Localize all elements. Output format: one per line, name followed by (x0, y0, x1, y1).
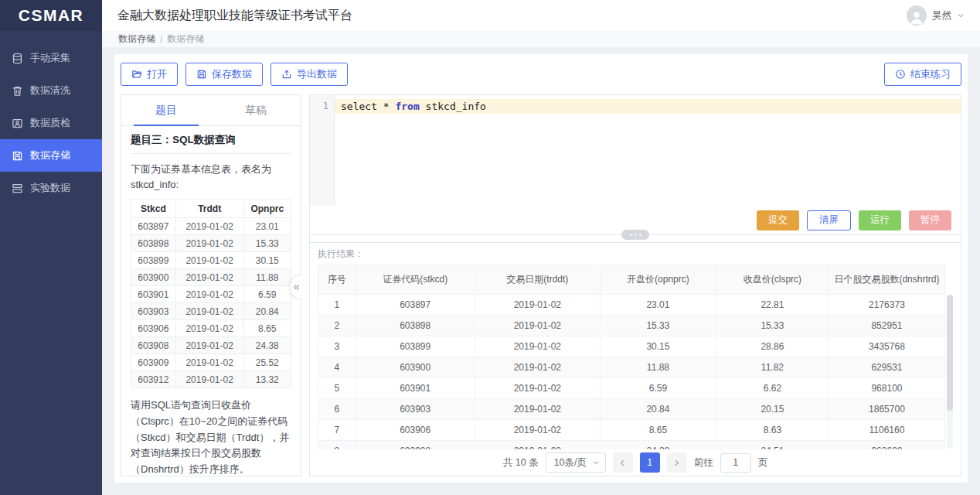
chevron-left-icon (618, 459, 627, 467)
table-row: 6039012019-01-026.59 (131, 286, 291, 303)
submit-button[interactable]: 提交 (757, 210, 799, 230)
table-row: 76039062019-01-028.658.631106160 (318, 420, 945, 441)
tab-question[interactable]: 题目 (121, 95, 211, 125)
line-number: 1 (310, 99, 328, 114)
splitter (310, 234, 961, 243)
sql-editor[interactable]: 1 select * from stkcd_info (310, 95, 961, 206)
finish-practice-button[interactable]: 结束练习 (884, 63, 961, 86)
folder-open-icon (131, 69, 142, 80)
table-row: 6039062019-01-028.65 (131, 320, 291, 337)
sql-code-line[interactable]: select * from stkcd_info (335, 99, 961, 114)
column-header: 序号 (318, 265, 356, 295)
goto-label: 前往 (694, 456, 713, 469)
prev-page-button[interactable] (613, 452, 633, 473)
page-number-button[interactable]: 1 (640, 452, 660, 473)
run-button[interactable]: 运行 (859, 210, 901, 230)
sidebar-item-data-qc[interactable]: 数据质检 (0, 107, 102, 139)
table-row: 6039092019-01-0225.52 (131, 354, 291, 371)
chevron-down-icon (592, 459, 600, 466)
breadcrumb-item[interactable]: 数据存储 (118, 32, 155, 46)
table-row: 6038992019-01-0230.15 (131, 252, 291, 269)
results-label: 执行结果： (318, 248, 953, 261)
table-row: 6039032019-01-0220.84 (131, 303, 291, 320)
column-header: 交易日期(trddt) (475, 265, 600, 295)
work-panel: 1 select * from stkcd_info 提交 清屏 运行 暂停 (309, 94, 961, 476)
pagination-total: 共 10 条 (503, 456, 539, 469)
column-header: Opnprc (243, 200, 291, 218)
user-name: 昊然 (932, 9, 951, 22)
goto-page-input[interactable] (720, 453, 751, 473)
table-row: 16038972019-01-0223.0122.812176373 (318, 295, 945, 316)
table-row: 86039082019-01-0224.3824.51963600 (318, 441, 945, 450)
export-data-button[interactable]: 导出数据 (271, 63, 348, 86)
table-row: 6039002019-01-0211.88 (131, 269, 291, 286)
csmar-logo: CSMAR (0, 0, 102, 31)
stock-info-table: Stkcd Trddt Opnprc 6038972019-01-0223.01… (131, 199, 291, 388)
main-area: 金融大数据处理职业技能等级证书考试平台 昊然 数据存储 / 数据存储 打开 保 (102, 0, 980, 495)
page-size-select[interactable]: 10条/页 (546, 452, 606, 473)
tab-draft[interactable]: 草稿 (211, 95, 301, 125)
column-header: Stkcd (131, 200, 176, 218)
user-menu[interactable]: 昊然 (907, 5, 965, 26)
breadcrumb: 数据存储 / 数据存储 (102, 31, 980, 48)
table-row: 6038972019-01-0223.01 (131, 218, 291, 235)
column-header: 日个股交易股数(dnshrtrd) (829, 265, 944, 295)
open-button[interactable]: 打开 (121, 63, 178, 86)
sidebar-item-label: 数据清洗 (30, 84, 70, 97)
sidebar-item-manual-collect[interactable]: 手动采集 (0, 42, 102, 74)
question-tabs: 题目 草稿 (121, 95, 301, 126)
database-icon (12, 53, 23, 64)
pause-button[interactable]: 暂停 (909, 210, 951, 230)
sql-keyword: from (395, 101, 419, 112)
floppy-icon (12, 150, 23, 162)
results-table: 序号 证券代码(stkcd) 交易日期(trddt) 开盘价(opnprc) 收… (318, 265, 945, 449)
export-icon (281, 69, 292, 80)
sidebar-item-label: 数据存储 (30, 148, 70, 162)
question-requirement: 请用SQL语句查询日收盘价（Clsprc）在10~20之间的证券代码（Stkcd… (131, 398, 291, 476)
table-row: 6039082019-01-0224.38 (131, 337, 291, 354)
panels-row: 题目 草稿 题目三：SQL数据查询 下面为证券基本信息表，表名为stkcd_in… (121, 94, 961, 476)
platform-title: 金融大数据处理职业技能等级证书考试平台 (117, 8, 352, 24)
sidebar: CSMAR 手动采集 数据清洗 数据质检 数据存储 实验数据 (0, 0, 102, 495)
server-icon (12, 183, 23, 194)
editor-gutter: 1 (310, 95, 335, 206)
results-scrollbar-track (947, 295, 953, 448)
results-section: 执行结果： 序号 证券代码(stkcd) 交易日期(trddt) 开盘价(op (310, 243, 961, 476)
table-row: 56039012019-01-026.596.62968100 (318, 378, 945, 399)
column-header: 开盘价(opnprc) (600, 265, 716, 295)
editor-code-area[interactable]: select * from stkcd_info (335, 95, 961, 206)
table-row: 46039002019-01-0211.8811.82629531 (318, 357, 945, 378)
next-page-button[interactable] (667, 452, 687, 473)
column-header: 收盘价(clsprc) (716, 265, 829, 295)
person-icon (908, 9, 925, 26)
question-panel: 题目 草稿 题目三：SQL数据查询 下面为证券基本信息表，表名为stkcd_in… (121, 94, 301, 476)
column-header: Trddt (175, 200, 243, 218)
sidebar-item-label: 手动采集 (30, 51, 70, 65)
pagination: 共 10 条 10条/页 1 (318, 449, 953, 476)
column-header: 证券代码(stkcd) (356, 265, 475, 295)
question-content: 题目三：SQL数据查询 下面为证券基本信息表，表名为stkcd_info: St… (121, 126, 301, 476)
results-table-wrap: 序号 证券代码(stkcd) 交易日期(trddt) 开盘价(opnprc) 收… (318, 265, 953, 449)
question-title: 题目三：SQL数据查询 (131, 133, 291, 154)
avatar (907, 5, 927, 26)
save-icon (196, 69, 207, 80)
results-scrollbar-thumb[interactable] (947, 295, 953, 411)
table-row: 6038982019-01-0215.33 (131, 235, 291, 252)
table-row: 6039122019-01-0213.32 (131, 371, 291, 388)
sidebar-nav: 手动采集 数据清洗 数据质检 数据存储 实验数据 (0, 31, 102, 204)
splitter-drag-handle[interactable] (621, 230, 649, 240)
content-area: 打开 保存数据 导出数据 结束练习 (102, 48, 980, 495)
sidebar-item-experiment-data[interactable]: 实验数据 (0, 172, 102, 204)
table-row: 66039032019-01-0220.8420.151865700 (318, 399, 945, 420)
table-row: 36038992019-01-0230.1528.863435768 (318, 336, 945, 357)
sidebar-item-data-storage[interactable]: 数据存储 (0, 139, 102, 172)
clear-screen-button[interactable]: 清屏 (807, 210, 851, 230)
save-data-button[interactable]: 保存数据 (185, 63, 263, 86)
clock-icon (895, 69, 906, 80)
workspace-card: 打开 保存数据 导出数据 结束练习 (114, 54, 968, 483)
chevron-right-icon (672, 459, 681, 467)
user-badge-icon (12, 118, 23, 129)
breadcrumb-separator: / (160, 34, 162, 45)
sidebar-item-data-clean[interactable]: 数据清洗 (0, 74, 102, 107)
chevron-down-icon (957, 12, 965, 19)
